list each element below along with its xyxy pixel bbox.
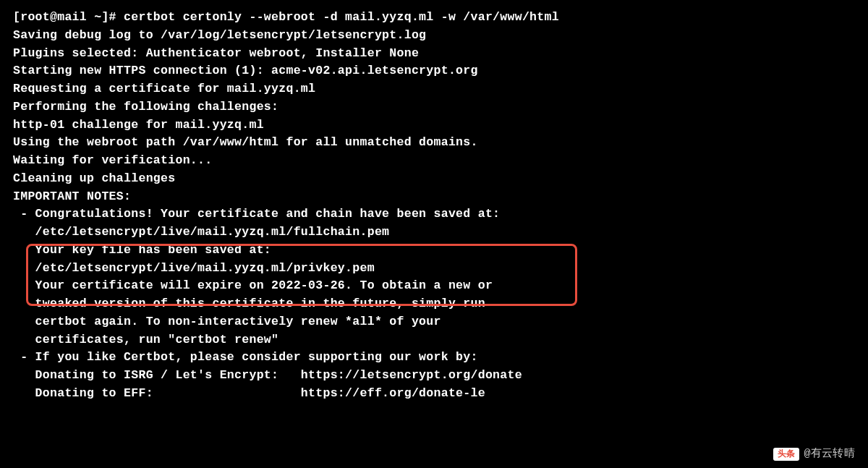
- output-line: Your certificate will expire on 2022-03-…: [13, 277, 855, 295]
- output-line: - Congratulations! Your certificate and …: [13, 205, 855, 224]
- shell-prompt[interactable]: [root@mail ~]#: [13, 10, 124, 24]
- output-line: Waiting for verification...: [13, 152, 855, 170]
- important-notes-header: IMPORTANT NOTES:: [13, 188, 855, 206]
- watermark: 头条 @有云转晴: [773, 446, 855, 463]
- output-line: Starting new HTTPS connection (1): acme-…: [13, 62, 855, 80]
- donate-eff-line: Donating to EFF: https://eff.org/donate-…: [13, 385, 855, 403]
- output-line: certbot again. To non-interactively rene…: [13, 313, 855, 331]
- output-line: Plugins selected: Authenticator webroot,…: [13, 45, 855, 63]
- output-line: Requesting a certificate for mail.yyzq.m…: [13, 80, 855, 98]
- donate-letsencrypt-line: Donating to ISRG / Let's Encrypt: https:…: [13, 367, 855, 385]
- output-line: - If you like Certbot, please consider s…: [13, 349, 855, 367]
- output-line: Saving debug log to /var/log/letsencrypt…: [13, 27, 855, 45]
- output-line: Performing the following challenges:: [13, 98, 855, 116]
- output-line: Cleaning up challenges: [13, 170, 855, 188]
- output-line: tweaked version of this certificate in t…: [13, 295, 855, 313]
- output-line: Your key file has been saved at:: [13, 242, 855, 260]
- fullchain-path: /etc/letsencrypt/live/mail.yyzq.ml/fullc…: [13, 224, 855, 242]
- output-line: http-01 challenge for mail.yyzq.ml: [13, 116, 855, 135]
- watermark-author: @有云转晴: [804, 446, 855, 463]
- shell-command[interactable]: certbot certonly --webroot -d mail.yyzq.…: [124, 10, 559, 24]
- privkey-path: /etc/letsencrypt/live/mail.yyzq.ml/privk…: [13, 260, 855, 278]
- output-line: Using the webroot path /var/www/html for…: [13, 134, 855, 152]
- terminal-output: [root@mail ~]# certbot certonly --webroo…: [13, 9, 855, 403]
- watermark-logo-icon: 头条: [773, 448, 799, 461]
- output-line: certificates, run "certbot renew": [13, 331, 855, 349]
